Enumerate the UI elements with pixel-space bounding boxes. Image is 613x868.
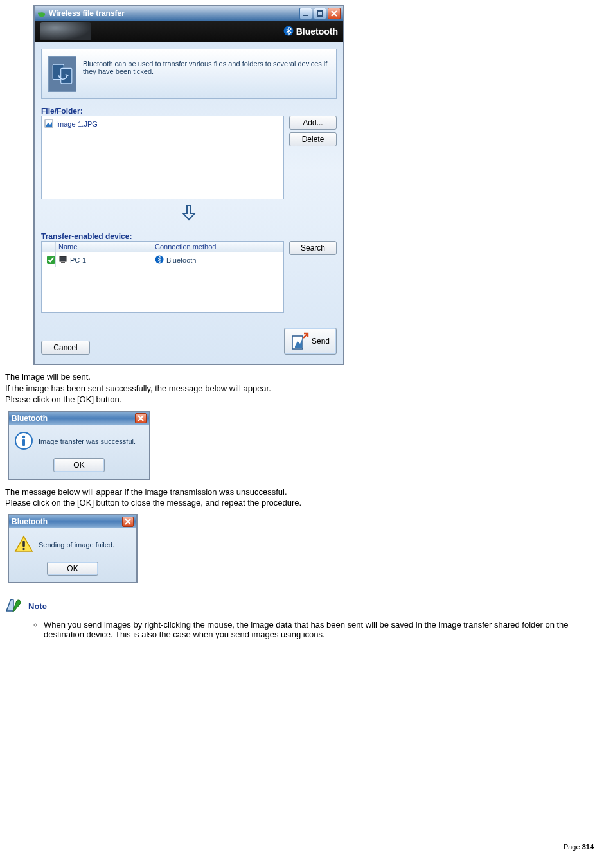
device-connection: Bluetooth [166, 256, 196, 264]
bluetooth-icon [283, 26, 294, 38]
msgbox-title: Bluetooth [12, 517, 48, 526]
close-icon[interactable] [122, 517, 134, 527]
transfer-device-label: Transfer-enabled device: [41, 232, 337, 241]
msgbox-text: Sending of image failed. [39, 541, 114, 549]
device-list[interactable]: Name Connection method PC-1 Bluetooth [41, 241, 284, 313]
file-transfer-icon [48, 56, 76, 92]
success-message-box: Bluetooth Image transfer was successful.… [8, 411, 150, 480]
svg-rect-3 [317, 11, 323, 16]
svg-point-19 [22, 547, 25, 550]
file-folder-label: File/Folder: [41, 107, 337, 116]
column-connection-header: Connection method [152, 242, 283, 252]
svg-rect-2 [303, 15, 308, 16]
msgbox-titlebar[interactable]: Bluetooth [9, 515, 136, 528]
window-title: Wireless file transfer [49, 9, 299, 18]
info-box: Bluetooth can be used to transfer variou… [41, 49, 337, 99]
svg-rect-9 [60, 256, 66, 261]
image-file-icon [44, 119, 53, 129]
app-icon [37, 9, 46, 18]
bluetooth-small-icon [155, 255, 164, 265]
file-item[interactable]: Image-1.JPG [44, 119, 281, 129]
brand-label: Bluetooth [296, 26, 338, 37]
send-button-label: Send [312, 337, 330, 346]
device-checkbox[interactable] [47, 256, 55, 264]
search-button[interactable]: Search [289, 241, 337, 255]
note-item: When you send images by right-clicking t… [44, 620, 608, 639]
minimize-button[interactable] [299, 8, 312, 19]
device-row[interactable]: PC-1 Bluetooth [42, 252, 283, 267]
brand-decoration [40, 22, 91, 40]
msgbox-title: Bluetooth [12, 414, 48, 423]
page-number-value: 314 [582, 843, 594, 851]
text-line: If the image has been sent successfully,… [5, 383, 608, 394]
file-name: Image-1.JPG [56, 120, 98, 128]
titlebar[interactable]: Wireless file transfer [35, 6, 343, 21]
add-button[interactable]: Add... [289, 116, 337, 130]
file-list[interactable]: Image-1.JPG [41, 116, 284, 199]
maximize-button[interactable] [314, 8, 326, 19]
msgbox-text: Image transfer was successful. [39, 438, 136, 445]
brand-strip: Bluetooth [35, 21, 343, 42]
info-icon [14, 431, 33, 452]
text-line: Please click on the [OK] button to close… [5, 497, 608, 509]
text-line: The message below will appear if the ima… [5, 486, 608, 498]
device-list-header: Name Connection method [42, 242, 283, 252]
close-icon[interactable] [135, 413, 147, 423]
svg-rect-16 [22, 439, 25, 446]
text-line: The image will be sent. [5, 371, 608, 383]
note-heading: Note [5, 598, 608, 615]
page-label: Page [564, 843, 580, 851]
pc-icon [58, 255, 67, 265]
delete-button[interactable]: Delete [289, 132, 337, 146]
body-text-2: The message below will appear if the ima… [5, 486, 608, 509]
send-button[interactable]: Send [284, 328, 337, 355]
wireless-file-transfer-dialog: Wireless file transfer Bluetooth Bluetoo… [33, 5, 344, 365]
svg-point-15 [22, 435, 25, 438]
svg-rect-10 [61, 262, 65, 263]
warning-icon [14, 535, 33, 555]
note-icon [5, 598, 23, 615]
device-name: PC-1 [70, 256, 86, 264]
text-line: Please click on the [OK] button. [5, 394, 608, 405]
svg-point-1 [38, 12, 40, 15]
column-name-header: Name [56, 242, 152, 252]
close-button[interactable] [328, 8, 341, 19]
note-list: When you send images by right-clicking t… [5, 620, 608, 639]
body-text-1: The image will be sent. If the image has… [5, 371, 608, 405]
ok-button[interactable]: OK [47, 562, 98, 576]
send-icon [291, 331, 309, 352]
svg-rect-18 [22, 541, 25, 547]
fail-message-box: Bluetooth Sending of image failed. OK [8, 514, 138, 583]
ok-button[interactable]: OK [53, 458, 105, 472]
msgbox-titlebar[interactable]: Bluetooth [9, 412, 149, 425]
dialog-description: Bluetooth can be used to transfer variou… [83, 56, 330, 75]
arrow-down-icon [41, 203, 337, 224]
note-label: Note [28, 601, 47, 611]
page-number: Page 314 [564, 843, 594, 851]
cancel-button[interactable]: Cancel [41, 341, 90, 355]
